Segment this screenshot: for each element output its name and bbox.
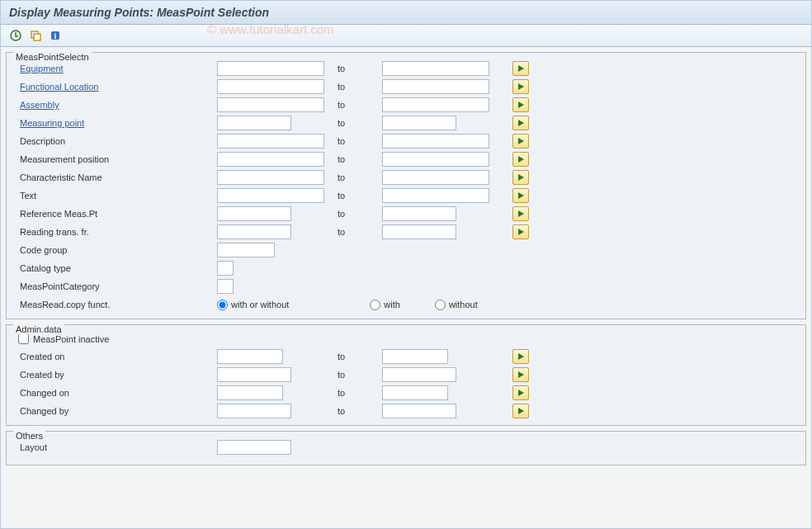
app-window: Display Measuring Points: MeasPoint Sele… xyxy=(0,0,812,529)
info-button[interactable]: i xyxy=(47,28,64,43)
group-legend: Admin.data xyxy=(13,324,64,334)
codegroup-input[interactable] xyxy=(217,243,275,257)
arrow-right-icon xyxy=(518,156,524,163)
row-changedon: Changed on to xyxy=(15,384,797,402)
measpoint-multi-button[interactable] xyxy=(512,116,529,130)
changedby-multi-button[interactable] xyxy=(512,404,529,418)
row-charname: Characteristic Name to xyxy=(15,168,797,187)
changedon-label: Changed on xyxy=(15,388,217,398)
charname-multi-button[interactable] xyxy=(512,170,529,185)
row-description: Description to xyxy=(15,132,797,150)
radio-with[interactable]: with xyxy=(370,300,400,310)
charname-from-input[interactable] xyxy=(217,170,324,185)
measpoint-from-input[interactable] xyxy=(217,116,291,130)
refmeas-to-input[interactable] xyxy=(382,206,456,221)
arrow-right-icon xyxy=(518,192,524,199)
assembly-from-input[interactable] xyxy=(217,97,324,112)
measpointcat-input[interactable] xyxy=(217,279,234,294)
radio-without[interactable]: without xyxy=(435,300,478,310)
to-label: to xyxy=(333,118,382,128)
createdon-multi-button[interactable] xyxy=(512,349,529,364)
get-variant-button[interactable] xyxy=(27,28,44,43)
content-area: MeasPointSelectn Equipment to Functional… xyxy=(1,47,811,475)
row-measreadcopy: MeasRead.copy funct. with or without wit… xyxy=(15,295,797,314)
readingtrans-multi-button[interactable] xyxy=(512,224,529,239)
to-label: to xyxy=(333,64,382,73)
equipment-to-input[interactable] xyxy=(382,61,489,76)
catalogtype-input[interactable] xyxy=(217,261,234,276)
changedby-label: Changed by xyxy=(15,406,217,416)
description-from-input[interactable] xyxy=(217,134,324,149)
changedby-from-input[interactable] xyxy=(217,404,291,418)
text-to-input[interactable] xyxy=(382,188,489,203)
readingtrans-to-input[interactable] xyxy=(382,224,456,239)
codegroup-label: Code group xyxy=(15,245,217,255)
measpos-multi-button[interactable] xyxy=(512,152,529,167)
to-label: to xyxy=(333,191,382,201)
group-legend: Others xyxy=(13,431,45,441)
to-label: to xyxy=(333,172,382,182)
row-text: Text to xyxy=(15,187,797,205)
catalogtype-label: Catalog type xyxy=(15,263,217,273)
equipment-from-input[interactable] xyxy=(217,61,324,76)
equipment-multi-button[interactable] xyxy=(512,61,529,76)
to-label: to xyxy=(333,82,382,92)
measpointcat-label: MeasPointCategory xyxy=(15,281,217,291)
assembly-label: Assembly xyxy=(15,100,217,110)
arrow-right-icon xyxy=(518,102,524,108)
row-equipment: Equipment to xyxy=(15,59,797,78)
arrow-right-icon xyxy=(518,138,524,144)
measpoint-label: Measuring point xyxy=(15,118,217,128)
layout-input[interactable] xyxy=(217,440,291,455)
readingtrans-from-input[interactable] xyxy=(217,224,291,239)
row-changedby: Changed by to xyxy=(15,402,797,420)
arrow-right-icon xyxy=(518,120,524,126)
createdby-multi-button[interactable] xyxy=(512,367,529,382)
text-from-input[interactable] xyxy=(217,188,324,203)
createdby-to-input[interactable] xyxy=(382,367,456,382)
to-label: to xyxy=(333,370,382,380)
changedby-to-input[interactable] xyxy=(382,404,456,418)
to-label: to xyxy=(333,227,382,237)
row-measpointcat: MeasPointCategory xyxy=(15,277,797,295)
assembly-to-input[interactable] xyxy=(382,97,489,112)
changedon-to-input[interactable] xyxy=(382,385,448,400)
description-to-input[interactable] xyxy=(382,134,489,149)
description-multi-button[interactable] xyxy=(512,134,529,149)
layout-label: Layout xyxy=(15,442,217,452)
arrow-right-icon xyxy=(518,65,524,72)
funcloc-to-input[interactable] xyxy=(382,79,489,94)
funcloc-label: Functional Location xyxy=(15,82,217,92)
measpoint-inactive-checkbox[interactable] xyxy=(18,333,29,344)
to-label: to xyxy=(333,352,382,361)
charname-to-input[interactable] xyxy=(382,170,489,185)
arrow-right-icon xyxy=(518,353,524,360)
to-label: to xyxy=(333,154,382,164)
to-label: to xyxy=(333,406,382,416)
createdon-from-input[interactable] xyxy=(217,349,283,364)
page-title: Display Measuring Points: MeasPoint Sele… xyxy=(9,6,269,19)
assembly-multi-button[interactable] xyxy=(512,97,529,112)
measpos-from-input[interactable] xyxy=(217,152,324,167)
radio-label: without xyxy=(449,300,478,309)
refmeas-multi-button[interactable] xyxy=(512,206,529,221)
radio-label: with or without xyxy=(231,300,289,309)
refmeas-from-input[interactable] xyxy=(217,206,291,221)
radio-with-or-without[interactable]: with or without xyxy=(217,300,289,310)
measpoint-inactive-label: MeasPoint inactive xyxy=(33,334,109,344)
createdon-to-input[interactable] xyxy=(382,349,448,364)
measpoint-to-input[interactable] xyxy=(382,116,456,130)
row-createdby: Created by to xyxy=(15,366,797,384)
execute-button[interactable] xyxy=(7,28,24,43)
changedon-multi-button[interactable] xyxy=(512,385,529,400)
changedon-from-input[interactable] xyxy=(217,385,283,400)
group-measpoint-selectn: MeasPointSelectn Equipment to Functional… xyxy=(6,52,806,319)
text-multi-button[interactable] xyxy=(512,188,529,203)
row-catalogtype: Catalog type xyxy=(15,259,797,277)
funcloc-multi-button[interactable] xyxy=(512,79,529,94)
createdby-from-input[interactable] xyxy=(217,367,291,382)
funcloc-from-input[interactable] xyxy=(217,79,324,94)
row-refmeas: Reference Meas.Pt to xyxy=(15,205,797,223)
measpos-to-input[interactable] xyxy=(382,152,489,167)
arrow-right-icon xyxy=(518,210,524,217)
